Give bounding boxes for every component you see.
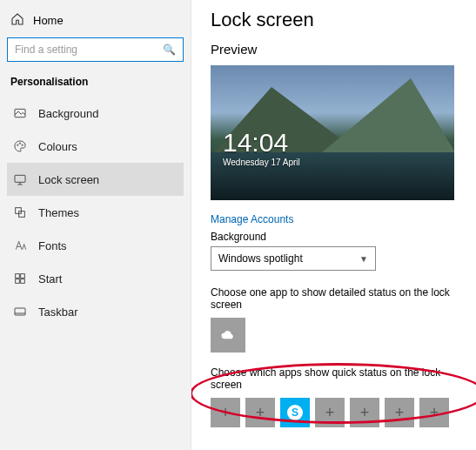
home-label: Home	[33, 14, 64, 27]
sidebar-item-label: Start	[38, 272, 62, 285]
svg-rect-11	[15, 308, 25, 315]
sidebar-item-lock-screen[interactable]: Lock screen	[7, 163, 184, 196]
plus-icon: +	[256, 404, 265, 422]
svg-rect-8	[21, 274, 25, 279]
sidebar-item-start[interactable]: Start	[7, 262, 184, 295]
settings-sidebar: Home 🔍 Personalisation Background Colour…	[0, 0, 191, 450]
detailed-status-description: Choose one app to show detailed status o…	[211, 286, 460, 311]
sidebar-item-label: Taskbar	[38, 306, 78, 319]
plus-icon: +	[325, 404, 335, 422]
start-icon	[12, 271, 28, 286]
weather-icon	[219, 326, 237, 344]
colours-icon	[12, 138, 28, 154]
svg-point-1	[17, 144, 18, 145]
page-title: Lock screen	[211, 9, 460, 31]
svg-rect-6	[19, 212, 25, 218]
main-panel: Lock screen Preview 14:04 Wednesday 17 A…	[191, 0, 476, 450]
search-input[interactable]	[15, 44, 163, 56]
background-field-label: Background	[211, 231, 460, 243]
quick-status-slot-add[interactable]: +	[245, 398, 275, 427]
plus-icon: +	[221, 404, 231, 422]
sidebar-item-background[interactable]: Background	[7, 97, 184, 130]
lock-screen-icon	[12, 171, 28, 187]
quick-status-slot-add[interactable]: +	[350, 398, 379, 427]
quick-status-slot-add[interactable]: +	[385, 398, 414, 427]
home-button[interactable]: Home	[7, 7, 184, 37]
detailed-status-app-tile[interactable]	[211, 318, 245, 353]
chevron-down-icon: ▼	[359, 254, 368, 264]
preview-clock: 14:04 Wednesday 17 April	[223, 128, 300, 167]
background-dropdown[interactable]: Windows spotlight ▼	[211, 246, 376, 271]
svg-rect-4	[15, 175, 25, 182]
quick-status-slot-skype[interactable]: S	[280, 398, 310, 427]
fonts-icon	[12, 238, 28, 253]
sidebar-item-themes[interactable]: Themes	[7, 196, 184, 229]
lock-screen-preview: 14:04 Wednesday 17 April	[211, 65, 454, 200]
sidebar-item-label: Background	[38, 107, 98, 120]
sidebar-item-label: Themes	[38, 206, 79, 219]
quick-status-slot-add[interactable]: +	[315, 398, 345, 427]
sidebar-item-label: Colours	[38, 140, 77, 153]
sidebar-item-taskbar[interactable]: Taskbar	[7, 295, 184, 328]
svg-rect-9	[16, 279, 20, 284]
preview-heading: Preview	[211, 42, 460, 57]
svg-rect-7	[16, 274, 20, 279]
quick-status-row: + + S + + + +	[211, 398, 460, 427]
skype-icon: S	[287, 405, 303, 420]
quick-status-slot-add[interactable]: +	[419, 398, 449, 427]
plus-icon: +	[395, 404, 405, 422]
quick-status-description: Choose which apps show quick status on t…	[211, 366, 460, 391]
sidebar-item-fonts[interactable]: Fonts	[7, 229, 184, 262]
svg-point-3	[22, 144, 23, 145]
svg-point-2	[19, 143, 20, 144]
preview-time: 14:04	[223, 128, 300, 158]
manage-accounts-link[interactable]: Manage Accounts	[211, 213, 293, 225]
svg-rect-5	[16, 208, 22, 214]
sidebar-item-label: Lock screen	[38, 173, 99, 186]
sidebar-item-colours[interactable]: Colours	[7, 130, 184, 163]
taskbar-icon	[12, 304, 28, 319]
section-title: Personalisation	[7, 72, 184, 97]
background-dropdown-value: Windows spotlight	[218, 252, 303, 265]
preview-date: Wednesday 17 April	[223, 158, 300, 167]
search-input-wrapper[interactable]: 🔍	[7, 37, 184, 62]
plus-icon: +	[360, 404, 370, 422]
background-icon	[12, 105, 28, 121]
sidebar-item-label: Fonts	[38, 239, 67, 252]
svg-rect-10	[21, 279, 25, 284]
search-icon: 🔍	[163, 44, 176, 56]
plus-icon: +	[430, 404, 439, 422]
themes-icon	[12, 205, 28, 220]
quick-status-slot-add[interactable]: +	[211, 398, 240, 427]
home-icon	[10, 12, 24, 29]
